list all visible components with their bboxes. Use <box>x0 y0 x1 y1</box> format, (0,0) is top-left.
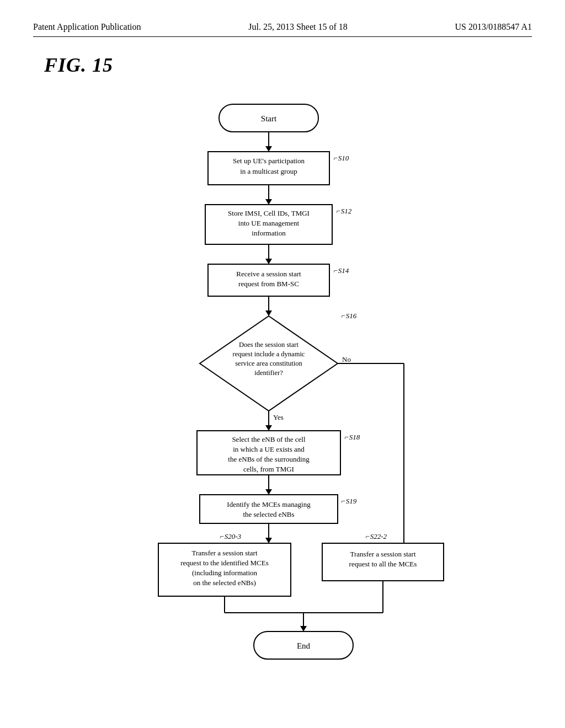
end-label: End <box>297 641 311 650</box>
header-right: US 2013/0188547 A1 <box>455 22 532 32</box>
s16-line2: request include a dynamic <box>233 350 305 358</box>
s18-line1: Select the eNB of the cell <box>232 435 306 443</box>
svg-marker-14 <box>265 425 272 431</box>
s203-line1: Transfer a session start <box>191 549 257 557</box>
s12-line3: information <box>252 229 286 237</box>
s18-line2: in which a UE exists and <box>233 445 305 453</box>
page: Patent Application Publication Jul. 25, … <box>0 0 565 728</box>
s14-line1: Receive a session start <box>236 270 301 278</box>
flowchart-svg: Start Set up UE's participation in a mul… <box>89 93 476 678</box>
s222-step-label: ⌐S22-2 <box>365 532 387 540</box>
header-left: Patent Application Publication <box>33 22 141 32</box>
yes-label: Yes <box>273 413 284 421</box>
s14-step-label: ⌐S14 <box>333 266 349 275</box>
header-center: Jul. 25, 2013 Sheet 15 of 18 <box>248 22 348 32</box>
figure-title: FIG. 15 <box>44 53 532 77</box>
s16-step-label: ⌐S16 <box>341 312 357 320</box>
s16-line3: service area constitution <box>235 360 302 367</box>
s16-line1: Does the session start <box>239 341 299 349</box>
s16-line4: identifier? <box>254 369 283 377</box>
svg-marker-20 <box>265 538 272 543</box>
svg-marker-11 <box>265 311 272 316</box>
s14-line2: request from BM-SC <box>238 280 299 288</box>
svg-marker-2 <box>265 146 272 152</box>
s203-step-label: ⌐S20-3 <box>220 532 242 540</box>
svg-marker-30 <box>300 626 307 631</box>
s222-line1: Transfer a session start <box>350 550 415 558</box>
s12-line1: Store IMSI, Cell IDs, TMGI <box>228 209 310 217</box>
s10-step-label: ⌐S10 <box>333 154 349 162</box>
s10-line1: Set up UE's participation <box>233 157 305 165</box>
s12-step-label: ⌐S12 <box>336 207 352 215</box>
svg-marker-5 <box>265 199 272 205</box>
s203-line3: (including information <box>192 569 258 577</box>
s10-line2: in a multicast group <box>240 167 297 175</box>
s222-line2: request to all the MCEs <box>349 560 417 568</box>
s19-step-label: ⌐S19 <box>341 497 357 505</box>
svg-marker-8 <box>265 259 272 264</box>
svg-marker-17 <box>265 489 272 495</box>
s19-line2: the selected eNBs <box>243 510 294 518</box>
flowchart-container: Start Set up UE's participation in a mul… <box>33 93 532 678</box>
s18-step-label: ⌐S18 <box>344 433 360 441</box>
s203-line4: on the selected eNBs) <box>193 579 256 587</box>
no-label: No <box>342 355 351 363</box>
s18-line3: the eNBs of the surrounding <box>228 455 310 463</box>
s12-line2: into UE management <box>238 219 300 227</box>
s203-line2: request to the identified MCEs <box>180 559 269 567</box>
page-header: Patent Application Publication Jul. 25, … <box>33 22 532 37</box>
svg-rect-18 <box>200 495 338 523</box>
start-label: Start <box>261 114 277 123</box>
s18-line4: cells, from TMGI <box>243 465 294 473</box>
s19-line1: Identify the MCEs managing <box>227 500 311 508</box>
